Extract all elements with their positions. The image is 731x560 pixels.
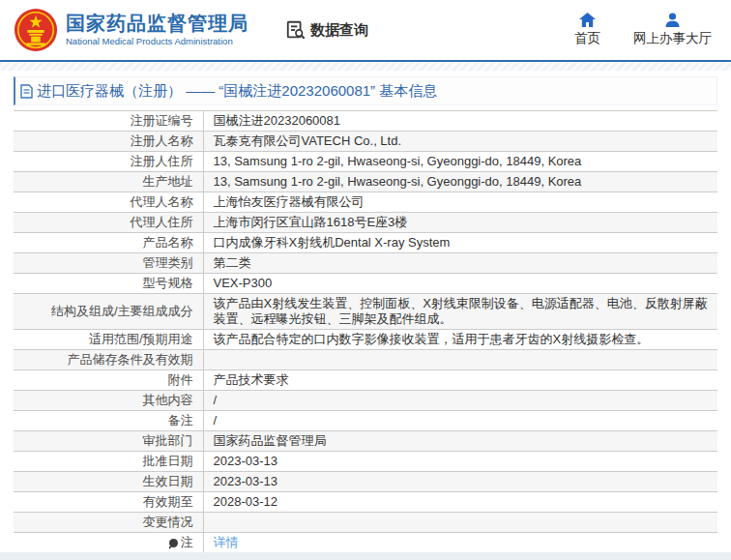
row-value: /	[203, 391, 717, 411]
table-row: 附件产品技术要求	[14, 370, 717, 391]
header-nav: 首页 网上办事大厅	[574, 13, 717, 47]
data-query-label: 数据查询	[310, 21, 368, 40]
table-row: 生产地址13, Samsung 1-ro 2-gil, Hwaseong-si,…	[14, 172, 717, 192]
table-row: 生效日期2023-03-13	[14, 472, 717, 492]
row-label: 代理人名称	[14, 192, 203, 213]
row-label: 产品储存条件及有效期	[14, 350, 203, 370]
row-label: 批准日期	[14, 452, 203, 472]
row-label: 注册证编号	[14, 111, 203, 132]
row-value: 详情	[203, 533, 717, 553]
brand-title-zh: 国家药品监督管理局	[66, 13, 249, 34]
row-value: 口内成像牙科X射线机Dental X-ray System	[203, 233, 717, 253]
nav-item-label: 网上办事大厅	[633, 30, 712, 47]
data-query-entry[interactable]: 数据查询	[285, 19, 368, 41]
document-icon	[20, 84, 33, 99]
row-label: 管理类别	[14, 253, 203, 274]
row-label: 审批部门	[14, 431, 203, 452]
table-row: 型号规格VEX-P300	[14, 274, 717, 294]
table-row: 代理人名称上海怡友医疗器械有限公司	[14, 192, 717, 213]
table-row: 备注/	[14, 411, 717, 431]
table-row: 管理类别第二类	[14, 253, 717, 274]
national-emblem-logo	[14, 8, 58, 52]
table-row: 产品储存条件及有效期	[14, 350, 717, 370]
row-value: 上海市闵行区宜山路1618号E座3楼	[203, 213, 717, 233]
row-value: 第二类	[203, 253, 717, 274]
row-label: 结构及组成/主要组成成分	[14, 294, 203, 330]
table-row: 有效期至2028-03-12	[14, 492, 717, 513]
row-value: 瓦泰克有限公司VATECH Co., Ltd.	[203, 132, 717, 152]
row-label: 型号规格	[14, 274, 203, 294]
table-row: 产品名称口内成像牙科X射线机Dental X-ray System	[14, 233, 717, 253]
background-hatch-strip	[0, 62, 731, 71]
row-label: 产品名称	[14, 233, 203, 253]
row-value	[203, 513, 717, 533]
registration-info-table-wrap: 注册证编号国械注进20232060081注册人名称瓦泰克有限公司VATECH C…	[14, 110, 717, 553]
page-title: 进口医疗器械（注册） —— “国械注进20232060081” 基本信息	[37, 82, 437, 101]
row-label: 备注	[14, 411, 203, 431]
row-label: 生效日期	[14, 472, 203, 492]
brand-block: 国家药品监督管理局 National Medical Products Admi…	[66, 13, 249, 46]
row-value: 13, Samsung 1-ro 2-gil, Hwaseong-si, Gye…	[203, 152, 717, 172]
table-row: 注册人名称瓦泰克有限公司VATECH Co., Ltd.	[14, 132, 717, 152]
nav-item-home[interactable]: 首页	[574, 13, 600, 47]
table-row: 其他内容/	[14, 391, 717, 411]
table-row: 注册人住所13, Samsung 1-ro 2-gil, Hwaseong-si…	[14, 152, 717, 172]
row-label: 其他内容	[14, 391, 203, 411]
row-value	[203, 350, 717, 370]
table-row: 注册证编号国械注进20232060081	[14, 111, 717, 132]
row-value: 国械注进20232060081	[203, 111, 717, 132]
detail-link[interactable]: 详情	[214, 535, 239, 549]
registration-info-table: 注册证编号国械注进20232060081注册人名称瓦泰克有限公司VATECH C…	[14, 110, 717, 553]
nav-item-label: 首页	[574, 30, 600, 47]
table-row: 适用范围/预期用途该产品配合特定的口内数字影像接收装置，适用于患者牙齿的X射线摄…	[14, 330, 717, 350]
data-query-icon	[285, 19, 307, 41]
row-value: 13, Samsung 1-ro 2-gil, Hwaseong-si, Gye…	[203, 172, 717, 192]
row-value: VEX-P300	[203, 274, 717, 294]
home-icon	[579, 13, 596, 27]
person-icon	[664, 13, 681, 27]
table-row: 审批部门国家药品监督管理局	[14, 431, 717, 452]
site-header: 国家药品监督管理局 National Medical Products Admi…	[0, 0, 731, 60]
row-label: 代理人住所	[14, 213, 203, 233]
footer-strip	[0, 552, 731, 560]
row-label: 变更情况	[14, 513, 203, 533]
row-label: 生产地址	[14, 172, 203, 192]
row-value: /	[203, 411, 717, 431]
row-label: 有效期至	[14, 492, 203, 513]
table-row: 注详情	[14, 533, 717, 553]
row-label: 注册人住所	[14, 152, 203, 172]
row-value: 上海怡友医疗器械有限公司	[203, 192, 717, 213]
table-row: 批准日期2023-03-13	[14, 452, 717, 472]
table-row: 结构及组成/主要组成成分该产品由X射线发生装置、控制面板、X射线束限制设备、电源…	[14, 294, 717, 330]
note-icon	[169, 539, 178, 547]
row-value: 该产品由X射线发生装置、控制面板、X射线束限制设备、电源适配器、电池、反散射屏蔽…	[203, 294, 717, 330]
nav-item-service-hall[interactable]: 网上办事大厅	[633, 13, 712, 47]
row-value: 国家药品监督管理局	[203, 431, 717, 452]
page-title-bar: 进口医疗器械（注册） —— “国械注进20232060081” 基本信息	[14, 76, 717, 105]
row-label: 注	[14, 533, 203, 553]
row-label: 附件	[14, 370, 203, 391]
brand-title-en: National Medical Products Administration	[66, 37, 249, 46]
row-label: 注册人名称	[14, 132, 203, 152]
table-row: 变更情况	[14, 513, 717, 533]
row-value: 2023-03-13	[203, 452, 717, 472]
row-value: 2023-03-13	[203, 472, 717, 492]
row-value: 2028-03-12	[203, 492, 717, 513]
table-row: 代理人住所上海市闵行区宜山路1618号E座3楼	[14, 213, 717, 233]
row-label: 适用范围/预期用途	[14, 330, 203, 350]
info-table-body: 注册证编号国械注进20232060081注册人名称瓦泰克有限公司VATECH C…	[14, 111, 717, 553]
row-value: 产品技术要求	[203, 370, 717, 391]
row-value: 该产品配合特定的口内数字影像接收装置，适用于患者牙齿的X射线摄影检查。	[203, 330, 717, 350]
